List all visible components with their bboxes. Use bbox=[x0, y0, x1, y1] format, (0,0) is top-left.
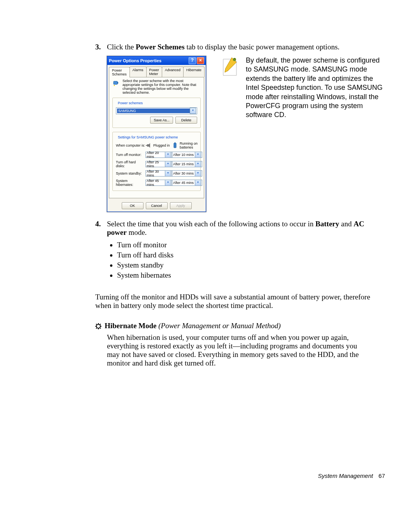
svg-line-12 bbox=[100, 328, 101, 329]
delete-button[interactable]: Delete bbox=[175, 117, 197, 124]
chevron-down-icon: ▾ bbox=[165, 170, 171, 177]
power-schemes-fieldset: Power schemes SAMSUNG ▾ Save As... Delet… bbox=[112, 98, 201, 128]
chevron-down-icon: ▾ bbox=[190, 108, 196, 114]
step-3: 3. Click the Power Schemes tab to displa… bbox=[95, 43, 385, 212]
step3-text: Click the Power Schemes tab to display t… bbox=[107, 43, 385, 51]
row-monitor-label: Turn off monitor: bbox=[116, 153, 145, 157]
svg-line-13 bbox=[100, 324, 101, 325]
bullet-item: System standby bbox=[117, 261, 385, 269]
help-button[interactable]: ? bbox=[189, 57, 196, 64]
footer-page: 67 bbox=[378, 472, 385, 479]
dialog-infotext: Select the power scheme with the most ap… bbox=[122, 79, 201, 94]
svg-rect-4 bbox=[175, 142, 175, 143]
bullet-item: Turn off hard disks bbox=[117, 251, 385, 259]
hibernate-mode-heading: Hibernate Mode (Power Management or Manu… bbox=[95, 322, 385, 330]
chevron-down-icon: ▾ bbox=[195, 170, 201, 177]
dialog-titlebar[interactable]: Power Options Properties ? × bbox=[107, 56, 206, 65]
bullet-item: System hibernates bbox=[117, 271, 385, 280]
monitor-battery-select[interactable]: After 10 mins▾ bbox=[172, 152, 202, 158]
hibernate-mode-body: When hibernation is used, your computer … bbox=[107, 333, 385, 367]
svg-rect-2 bbox=[146, 145, 147, 146]
monitor-hdd-paragraph: Turning off the monitor and HDDs will sa… bbox=[95, 293, 385, 310]
plug-icon bbox=[145, 142, 152, 149]
close-button[interactable]: × bbox=[197, 57, 204, 64]
step4-text: Select the time that you wish each of th… bbox=[107, 220, 385, 237]
footer-section: System Management bbox=[318, 472, 373, 479]
battery-plug-icon bbox=[112, 79, 120, 87]
svg-rect-0 bbox=[114, 81, 117, 84]
svg-line-14 bbox=[96, 328, 97, 329]
step-number: 4. bbox=[95, 220, 107, 283]
dialog-title: Power Options Properties bbox=[109, 58, 189, 63]
tab-advanced[interactable]: Advanced bbox=[162, 66, 184, 77]
monitor-plugged-select[interactable]: After 20 mins▾ bbox=[145, 152, 172, 158]
disks-plugged-select[interactable]: After 25 mins▾ bbox=[145, 161, 172, 167]
chevron-down-icon: ▾ bbox=[195, 152, 201, 158]
page-footer: System Management 67 bbox=[35, 472, 385, 479]
tab-power-schemes[interactable]: Power Schemes bbox=[109, 67, 130, 77]
scheme-select[interactable]: SAMSUNG ▾ bbox=[116, 107, 197, 114]
ok-button[interactable]: OK bbox=[122, 202, 144, 209]
hibernate-battery-select[interactable]: After 45 mins▾ bbox=[172, 180, 202, 186]
tab-power-meter[interactable]: Power Meter bbox=[146, 66, 163, 77]
step4-bullets: Turn off monitor Turn off hard disks Sys… bbox=[107, 241, 385, 280]
cancel-button[interactable]: Cancel bbox=[146, 202, 168, 209]
save-as-button[interactable]: Save As... bbox=[150, 117, 173, 124]
svg-rect-3 bbox=[174, 143, 176, 148]
disks-battery-select[interactable]: After 15 mins▾ bbox=[172, 161, 202, 167]
battery-icon bbox=[172, 142, 178, 149]
bullet-item: Turn off monitor bbox=[117, 241, 385, 249]
row-disks-label: Turn off hard disks: bbox=[116, 160, 145, 168]
svg-rect-1 bbox=[117, 82, 118, 84]
chevron-down-icon: ▾ bbox=[165, 152, 171, 158]
col-plugged: Plugged in bbox=[145, 142, 172, 149]
apply-button[interactable]: Apply bbox=[170, 202, 192, 209]
note-icon bbox=[221, 56, 239, 78]
row-hibernate-label: System hibernates: bbox=[116, 179, 145, 187]
standby-battery-select[interactable]: After 30 mins▾ bbox=[172, 170, 202, 177]
svg-line-11 bbox=[96, 324, 97, 325]
settings-fieldset: Settings for SAMSUNG power scheme When c… bbox=[112, 132, 201, 191]
fieldset-label: Power schemes bbox=[117, 101, 144, 105]
chevron-down-icon: ▾ bbox=[195, 161, 201, 167]
col-battery: Running onbatteries bbox=[172, 142, 202, 149]
svg-point-6 bbox=[96, 324, 100, 328]
hibernate-plugged-select[interactable]: After 45 mins▾ bbox=[145, 180, 172, 186]
col-label: When computer is: bbox=[116, 143, 145, 147]
chevron-down-icon: ▾ bbox=[195, 180, 201, 186]
step-4: 4. Select the time that you wish each of… bbox=[95, 220, 385, 283]
tab-alarms[interactable]: Alarms bbox=[130, 66, 147, 77]
chevron-down-icon: ▾ bbox=[165, 180, 171, 186]
power-options-dialog: Power Options Properties ? × Power Schem… bbox=[107, 56, 206, 212]
tab-hibernate[interactable]: Hibernate bbox=[183, 66, 205, 77]
standby-plugged-select[interactable]: After 30 mins▾ bbox=[145, 170, 172, 177]
gear-icon bbox=[95, 323, 102, 329]
fieldset2-label: Settings for SAMSUNG power scheme bbox=[117, 135, 179, 139]
chevron-down-icon: ▾ bbox=[165, 161, 171, 167]
tip-text: By default, the power scheme is configur… bbox=[246, 56, 385, 120]
dialog-tabs: Power Schemes Alarms Power Meter Advance… bbox=[107, 65, 206, 77]
step-number: 3. bbox=[95, 43, 107, 212]
row-standby-label: System standby: bbox=[116, 171, 145, 175]
